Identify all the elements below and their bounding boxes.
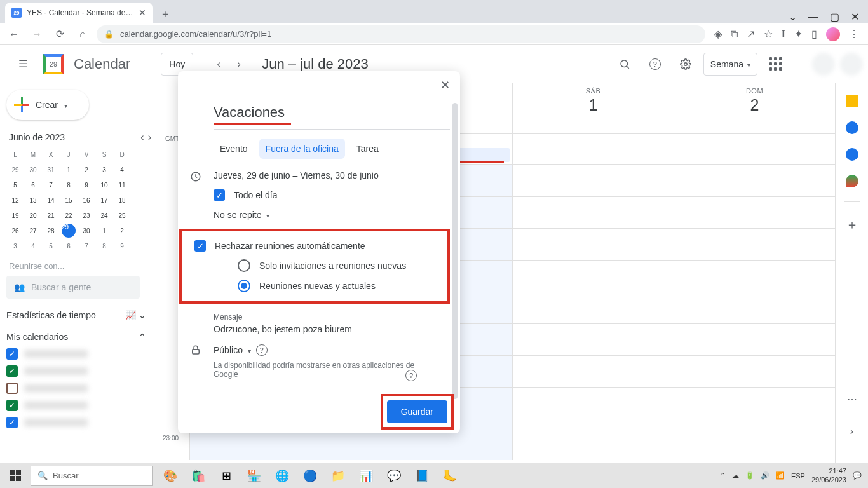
mini-day[interactable]: 27 [24, 223, 42, 238]
task-explorer[interactable]: 📁 [325, 463, 351, 489]
help-icon[interactable]: ? [405, 370, 417, 381]
mini-day[interactable]: 5 [42, 238, 60, 254]
tray-battery-icon[interactable]: 🔋 [745, 471, 754, 480]
allday-cell-sat[interactable] [512, 134, 674, 164]
back-button[interactable]: ← [5, 25, 23, 43]
day-column-sun[interactable] [674, 165, 835, 460]
browser-tab[interactable]: 29 YES - Calendar - Semana del 26 c ✕ [5, 3, 153, 23]
mini-day[interactable]: 10 [95, 177, 113, 193]
profile-avatar-icon[interactable] [826, 27, 840, 41]
contacts-icon[interactable] [846, 148, 858, 161]
radio-new-and-existing[interactable] [238, 280, 250, 292]
mini-day[interactable]: 2 [78, 162, 95, 177]
tray-cloud-icon[interactable]: ☁ [732, 471, 739, 480]
calendar-item[interactable] [6, 364, 158, 378]
mini-day[interactable]: 16 [78, 193, 95, 208]
task-chrome[interactable]: 🔵 [297, 463, 323, 489]
mini-day[interactable]: 19 [6, 208, 24, 223]
side-panel-icon[interactable]: ▯ [811, 28, 817, 40]
more-panel-icon[interactable]: ⋯ [847, 393, 857, 405]
task-app-2[interactable]: 🛍️ [186, 463, 211, 489]
minimize-icon[interactable]: — [808, 11, 818, 23]
task-app-4[interactable]: 💬 [381, 463, 407, 489]
day-column-sat[interactable] [512, 165, 674, 460]
home-button[interactable]: ⌂ [74, 25, 92, 43]
radio-new-only[interactable] [238, 259, 250, 272]
mini-day[interactable]: 1 [95, 223, 113, 238]
mini-day[interactable]: 20 [24, 208, 42, 223]
close-icon[interactable]: ✕ [851, 11, 859, 23]
mini-day[interactable]: 7 [42, 177, 60, 193]
mini-day[interactable]: 12 [6, 193, 24, 208]
tray-notifications-icon[interactable]: 💬 [853, 471, 862, 480]
main-menu-button[interactable]: ☰ [10, 51, 36, 77]
mini-day[interactable]: 28 [42, 223, 60, 238]
mini-next-button[interactable]: › [148, 132, 151, 143]
mini-day[interactable]: 31 [42, 162, 60, 177]
allday-cell-sun[interactable] [674, 134, 835, 164]
star-icon[interactable]: ☆ [764, 28, 773, 40]
mini-day[interactable]: 15 [60, 193, 78, 208]
mini-day[interactable]: 29 [6, 162, 24, 177]
tab-out-of-office[interactable]: Fuera de la oficina [259, 139, 345, 159]
task-app-3[interactable]: 📊 [353, 463, 379, 489]
mini-day[interactable]: 14 [42, 193, 60, 208]
mini-day[interactable]: 30 [78, 223, 95, 238]
task-edge[interactable]: 🌐 [269, 463, 295, 489]
calendar-checkbox[interactable] [6, 400, 18, 411]
mini-day[interactable]: 17 [95, 193, 113, 208]
mini-day[interactable]: 4 [113, 162, 131, 177]
tab-close-icon[interactable]: ✕ [139, 8, 146, 18]
task-app-1[interactable]: 🎨 [158, 463, 183, 489]
add-panel-button[interactable]: ＋ [846, 216, 858, 233]
mini-day[interactable]: 4 [24, 238, 42, 254]
tray-clock[interactable]: 21:47 29/06/2023 [811, 467, 846, 484]
task-app-store[interactable]: 🏪 [241, 463, 267, 489]
calendar-item[interactable] [6, 416, 158, 430]
mini-day[interactable]: 25 [113, 208, 131, 223]
mini-prev-button[interactable]: ‹ [140, 132, 144, 143]
day-header[interactable]: DOM2 [674, 83, 835, 133]
tray-language[interactable]: ESP [791, 472, 805, 480]
start-button[interactable] [0, 463, 31, 489]
help-button[interactable]: ? [642, 51, 668, 77]
mini-day[interactable]: 8 [60, 177, 78, 193]
kebab-menu-icon[interactable]: ⋮ [849, 28, 859, 40]
keep-icon[interactable] [846, 95, 858, 107]
account-avatar[interactable] [812, 53, 835, 76]
account-avatar-2[interactable] [840, 53, 863, 76]
mini-day[interactable]: 18 [113, 193, 131, 208]
calendar-checkbox[interactable] [6, 383, 18, 394]
help-icon[interactable]: ? [256, 344, 268, 356]
tray-volume-icon[interactable]: 🔊 [761, 471, 770, 480]
visibility-selector[interactable]: Público [214, 345, 243, 355]
mini-day[interactable]: 13 [24, 193, 42, 208]
date-range[interactable]: Jueves, 29 de junio – Viernes, 30 de jun… [214, 170, 450, 180]
create-button[interactable]: Crear [6, 90, 89, 120]
calendar-item[interactable] [6, 347, 158, 361]
calendar-checkbox[interactable] [6, 348, 18, 360]
eye-icon[interactable]: ◈ [714, 28, 722, 40]
mini-day[interactable]: 6 [60, 238, 78, 254]
save-button[interactable]: Guardar [387, 400, 447, 423]
google-apps-button[interactable] [763, 51, 788, 77]
tab-task[interactable]: Tarea [350, 139, 385, 159]
task-app-5[interactable]: 🦶 [437, 463, 463, 489]
mini-day[interactable]: 22 [60, 208, 78, 223]
mini-day[interactable]: 2 [113, 223, 131, 238]
view-selector[interactable]: Semana [703, 53, 757, 76]
tray-chevron-icon[interactable]: ⌃ [720, 471, 726, 480]
calendar-checkbox[interactable] [6, 365, 18, 377]
letter-i-icon[interactable]: I [782, 29, 785, 40]
chevron-down-icon[interactable]: ⌄ [789, 11, 797, 23]
extensions-icon[interactable]: ✦ [794, 28, 803, 40]
mini-day[interactable]: 3 [6, 238, 24, 254]
taskbar-search[interactable]: 🔍 Buscar [31, 466, 153, 486]
allday-checkbox[interactable]: ✓ [214, 189, 225, 201]
mini-day[interactable]: 5 [6, 177, 24, 193]
mini-day[interactable]: 1 [60, 162, 78, 177]
mini-day[interactable]: 8 [95, 238, 113, 254]
open-external-icon[interactable]: ⧉ [731, 29, 738, 40]
mini-day[interactable]: 21 [42, 208, 60, 223]
my-calendars-section[interactable]: Mis calendarios ⌃ [6, 332, 158, 342]
